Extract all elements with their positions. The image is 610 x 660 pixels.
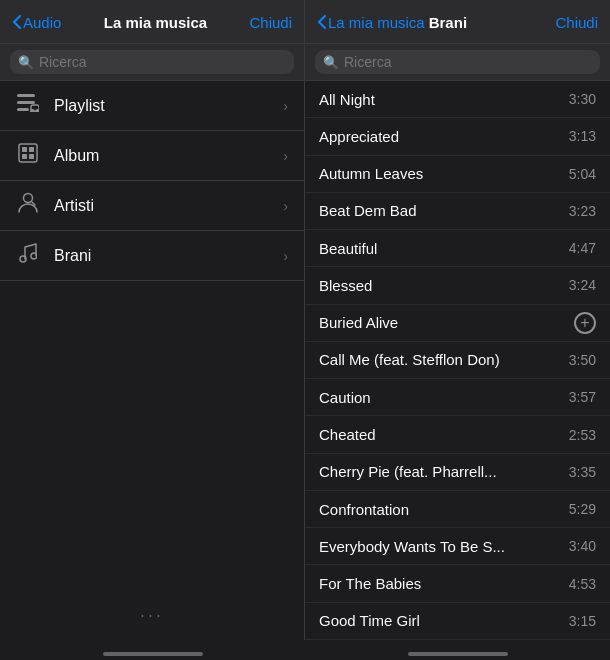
right-nav-inner: La mia musica Brani Chiudi xyxy=(317,14,598,31)
svg-rect-8 xyxy=(29,147,34,152)
menu-item-album-left: Album xyxy=(16,143,99,168)
album-icon xyxy=(16,143,40,168)
song-duration: 3:30 xyxy=(569,91,596,107)
song-duration: 4:47 xyxy=(569,240,596,256)
song-row[interactable]: All Night3:30 xyxy=(305,81,610,118)
song-title: Cheated xyxy=(319,426,569,443)
search-row: 🔍 🔍 xyxy=(0,44,610,81)
playlist-chevron-icon: › xyxy=(283,98,288,114)
song-row[interactable]: Cheated2:53 xyxy=(305,416,610,453)
song-duration: 3:15 xyxy=(569,613,596,629)
menu-label-playlist: Playlist xyxy=(54,97,105,115)
left-search-icon: 🔍 xyxy=(18,55,34,70)
left-search-input[interactable] xyxy=(39,54,286,70)
song-duration: 3:57 xyxy=(569,389,596,405)
song-row[interactable]: For The Babies4:53 xyxy=(305,565,610,602)
audio-back-button[interactable]: Audio xyxy=(12,14,61,31)
song-duration: 3:23 xyxy=(569,203,596,219)
right-home-indicator-bar xyxy=(408,652,508,656)
right-nav-panel: La mia musica Brani Chiudi xyxy=(305,0,610,44)
menu-item-playlist-left: Playlist xyxy=(16,94,105,117)
right-nav-title: Brani xyxy=(429,14,467,31)
menu-item-artisti[interactable]: Artisti › xyxy=(0,181,304,231)
song-row[interactable]: Cherry Pie (feat. Pharrell...3:35 xyxy=(305,454,610,491)
right-panel: All Night3:30Appreciated3:13Autumn Leave… xyxy=(305,81,610,640)
menu-item-brani[interactable]: Brani › xyxy=(0,231,304,281)
song-title: For The Babies xyxy=(319,575,569,592)
right-search-input[interactable] xyxy=(344,54,592,70)
audio-back-label: Audio xyxy=(23,14,61,31)
song-row[interactable]: Confrontation5:29 xyxy=(305,491,610,528)
right-close-button[interactable]: Chiudi xyxy=(555,14,598,31)
brani-back-button[interactable]: La mia musica xyxy=(317,14,425,31)
song-row[interactable]: Call Me (feat. Stefflon Don)3:50 xyxy=(305,342,610,379)
left-panel-bottom xyxy=(0,281,304,590)
top-nav: Audio La mia musica Chiudi La mia musica… xyxy=(0,0,610,44)
song-duration: 3:40 xyxy=(569,538,596,554)
album-chevron-icon: › xyxy=(283,148,288,164)
song-duration: 3:13 xyxy=(569,128,596,144)
menu-item-brani-left: Brani xyxy=(16,242,91,269)
svg-rect-6 xyxy=(19,144,37,162)
song-title: Buried Alive xyxy=(319,314,574,331)
dots-menu-button[interactable]: ··· xyxy=(0,590,304,640)
svg-rect-2 xyxy=(17,108,29,111)
menu-label-brani: Brani xyxy=(54,247,91,265)
bottom-bar xyxy=(0,640,610,660)
svg-rect-9 xyxy=(22,154,27,159)
svg-point-5 xyxy=(35,109,39,112)
left-search-wrapper: 🔍 xyxy=(10,50,294,74)
song-row[interactable]: Appreciated3:13 xyxy=(305,118,610,155)
left-panel: Playlist › Album › xyxy=(0,81,305,640)
menu-label-artisti: Artisti xyxy=(54,197,94,215)
artisti-chevron-icon: › xyxy=(283,198,288,214)
playlist-icon xyxy=(16,94,40,117)
left-home-indicator-bar xyxy=(103,652,203,656)
menu-label-album: Album xyxy=(54,147,99,165)
svg-rect-7 xyxy=(22,147,27,152)
brani-back-label: La mia musica xyxy=(328,14,425,31)
song-title: Cherry Pie (feat. Pharrell... xyxy=(319,463,569,480)
song-duration: 3:50 xyxy=(569,352,596,368)
song-row[interactable]: Beautiful4:47 xyxy=(305,230,610,267)
song-title: Call Me (feat. Stefflon Don) xyxy=(319,351,569,368)
song-row[interactable]: Beat Dem Bad3:23 xyxy=(305,193,610,230)
song-duration: 5:29 xyxy=(569,501,596,517)
main-content: Playlist › Album › xyxy=(0,81,610,640)
svg-rect-10 xyxy=(29,154,34,159)
song-title: Beautiful xyxy=(319,240,569,257)
song-row[interactable]: Autumn Leaves5:04 xyxy=(305,156,610,193)
left-home-indicator xyxy=(0,652,305,656)
song-duration: 5:04 xyxy=(569,166,596,182)
right-search-wrapper: 🔍 xyxy=(315,50,600,74)
song-title: Good Time Girl xyxy=(319,612,569,629)
brani-chevron-icon: › xyxy=(283,248,288,264)
song-row[interactable]: Good Time Girl3:15 xyxy=(305,603,610,640)
song-row[interactable]: Everybody Wants To Be S...3:40 xyxy=(305,528,610,565)
left-nav-panel: Audio La mia musica Chiudi xyxy=(0,0,305,44)
menu-item-playlist[interactable]: Playlist › xyxy=(0,81,304,131)
menu-item-album[interactable]: Album › xyxy=(0,131,304,181)
svg-rect-0 xyxy=(17,94,35,97)
song-title: Appreciated xyxy=(319,128,569,145)
song-title: Caution xyxy=(319,389,569,406)
artisti-icon xyxy=(16,192,40,219)
left-search-panel: 🔍 xyxy=(0,44,305,80)
song-row[interactable]: Caution3:57 xyxy=(305,379,610,416)
song-title: Everybody Wants To Be S... xyxy=(319,538,569,555)
song-duration: 3:24 xyxy=(569,277,596,293)
svg-rect-1 xyxy=(17,101,35,104)
song-title: Confrontation xyxy=(319,501,569,518)
left-close-button[interactable]: Chiudi xyxy=(249,14,292,31)
song-title: Blessed xyxy=(319,277,569,294)
song-row[interactable]: Blessed3:24 xyxy=(305,267,610,304)
right-search-panel: 🔍 xyxy=(305,44,610,80)
left-nav-title: La mia musica xyxy=(104,14,207,31)
svg-point-11 xyxy=(24,194,33,203)
right-search-icon: 🔍 xyxy=(323,55,339,70)
song-title: Beat Dem Bad xyxy=(319,202,569,219)
song-row[interactable]: Buried Alive+ xyxy=(305,305,610,342)
right-nav-back-group: La mia musica Brani xyxy=(317,14,467,31)
song-duration: 4:53 xyxy=(569,576,596,592)
song-add-button[interactable]: + xyxy=(574,312,596,334)
